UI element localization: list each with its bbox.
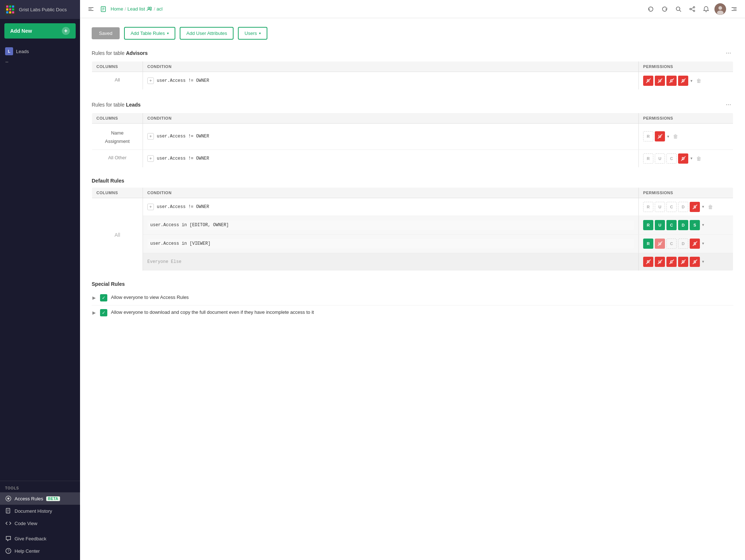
breadcrumb-home[interactable]: Home [111, 6, 123, 12]
perms-chevron[interactable]: ▾ [701, 204, 705, 210]
perm-badge-u[interactable]: U [655, 131, 665, 141]
leads-condition-text2: user.Access != OWNER [157, 156, 634, 161]
perm-badge-s[interactable]: S [690, 202, 700, 212]
access-rules-label: Access Rules [15, 496, 43, 501]
perm-badge-d[interactable]: D [678, 76, 688, 86]
topbar-left: Home / Lead list / acl [86, 4, 643, 14]
table-row: All + user.Access != OWNER R U C [92, 72, 733, 90]
perm-badge-d[interactable]: D [678, 202, 688, 212]
perm-badge-u[interactable]: U [655, 239, 665, 249]
perm-badge-c[interactable]: C [666, 220, 677, 230]
svg-rect-10 [88, 10, 93, 11]
beta-badge: BETA [46, 496, 60, 501]
special-rule-checkbox-2[interactable]: ✓ [100, 309, 107, 316]
add-user-attributes-button[interactable]: Add User Attributes [180, 27, 234, 40]
perm-badge-d[interactable]: D [678, 153, 688, 164]
users-button[interactable]: Users ▾ [238, 27, 267, 40]
add-new-button[interactable]: Add New + [4, 23, 76, 39]
perm-badge-s[interactable]: S [690, 239, 700, 249]
default-row1-condition: + user.Access != OWNER [143, 198, 639, 216]
advisors-col-condition-header: CONDITION [143, 61, 639, 72]
default-table-header: COLUMNS CONDITION PERMISSIONS [92, 187, 733, 198]
collapse-right-icon[interactable] [729, 4, 739, 14]
tools-label: TOOLS [0, 484, 80, 492]
perm-badge-s[interactable]: S [690, 257, 700, 267]
svg-point-20 [690, 8, 691, 10]
sidebar-item-help-center[interactable]: ? Help Center [0, 545, 80, 557]
redo-button[interactable] [659, 4, 670, 15]
sidebar-tables: L Leads − [0, 43, 80, 70]
perms-chevron[interactable]: ▾ [701, 240, 705, 247]
perm-badge-r[interactable]: R [643, 202, 653, 212]
perm-badge-d[interactable]: D [678, 239, 688, 249]
add-table-rules-label: Add Table Rules [131, 31, 165, 36]
expand-icon[interactable]: ▶ [92, 309, 96, 316]
leads-section: Rules for table Leads ··· COLUMNS CONDIT… [92, 100, 733, 168]
collapse-sidebar-icon[interactable] [86, 4, 96, 14]
perm-badge-d[interactable]: D [678, 257, 688, 267]
perm-badge-c[interactable]: C [666, 153, 677, 164]
sidebar-item-leads[interactable]: L Leads [0, 44, 80, 58]
delete-row-button[interactable]: 🗑 [695, 155, 703, 162]
perm-badge-s[interactable]: S [690, 220, 700, 230]
sidebar-item-document-history[interactable]: Document History [0, 505, 80, 517]
sidebar-item-give-feedback[interactable]: Give Feedback [0, 532, 80, 545]
perm-badge-u[interactable]: U [655, 202, 665, 212]
saved-button[interactable]: Saved [92, 27, 120, 39]
perms-chevron[interactable]: ▾ [701, 222, 705, 228]
default-perms-row4: R U C D S ▾ [643, 257, 729, 267]
default-row4-permissions: R U C D S ▾ [639, 253, 733, 271]
add-condition-button[interactable]: + [147, 77, 154, 84]
advisors-row1-permissions: R U C D ▾ 🗑 [639, 72, 733, 90]
perm-badge-c[interactable]: C [666, 76, 677, 86]
perm-badge-r[interactable]: R [643, 131, 653, 141]
sidebar-item-code-view[interactable]: Code View [0, 517, 80, 529]
undo-button[interactable] [645, 4, 656, 15]
page-icon [98, 4, 108, 14]
special-rule-checkbox-1[interactable]: ✓ [100, 294, 107, 301]
user-avatar[interactable] [714, 3, 726, 15]
perm-badge-c[interactable]: C [666, 239, 677, 249]
advisors-menu-button[interactable]: ··· [724, 48, 733, 57]
add-condition-button[interactable]: + [147, 155, 154, 162]
breadcrumb-lead-list-label: Lead list [127, 6, 145, 12]
perm-badge-u[interactable]: U [655, 257, 665, 267]
default-rules-section: Default Rules COLUMNS CONDITION PERMISSI… [92, 178, 733, 271]
sidebar-item-access-rules[interactable]: Access Rules BETA [0, 492, 80, 505]
perm-badge-u[interactable]: U [655, 153, 665, 164]
perm-badge-u[interactable]: U [655, 220, 665, 230]
share-button[interactable] [687, 4, 698, 15]
notifications-button[interactable] [701, 4, 712, 15]
delete-row-button[interactable]: 🗑 [672, 133, 680, 140]
perms-chevron[interactable]: ▾ [701, 259, 705, 265]
perm-badge-r[interactable]: R [643, 153, 653, 164]
advisors-condition-row: + user.Access != OWNER [147, 76, 634, 85]
sidebar-dash: − [0, 58, 80, 68]
perms-chevron[interactable]: ▾ [690, 78, 693, 84]
perm-badge-r[interactable]: R [643, 239, 653, 249]
perm-badge-u[interactable]: U [655, 76, 665, 86]
perm-badge-r[interactable]: R [643, 257, 653, 267]
leads-menu-button[interactable]: ··· [724, 100, 733, 109]
delete-row-button[interactable]: 🗑 [695, 77, 703, 84]
perm-badge-d[interactable]: D [678, 220, 688, 230]
add-table-rules-button[interactable]: Add Table Rules ▾ [124, 27, 175, 40]
perms-chevron[interactable]: ▾ [666, 133, 670, 140]
breadcrumb-acl[interactable]: acl [156, 6, 163, 12]
breadcrumb-lead-list[interactable]: Lead list [127, 6, 152, 12]
add-condition-button[interactable]: + [147, 133, 154, 140]
add-condition-button[interactable]: + [147, 204, 154, 210]
perm-badge-c[interactable]: C [666, 257, 677, 267]
special-rule-text-1: Allow everyone to view Access Rules [111, 294, 189, 301]
expand-icon[interactable]: ▶ [92, 295, 96, 301]
advisors-section: Rules for table Advisors ··· COLUMNS CON… [92, 48, 733, 90]
delete-row-button[interactable]: 🗑 [706, 203, 714, 211]
perm-badge-r[interactable]: R [643, 76, 653, 86]
perms-chevron[interactable]: ▾ [690, 155, 693, 161]
search-button[interactable] [673, 4, 684, 15]
leads-row1-permissions: R U ▾ 🗑 [639, 124, 733, 150]
perm-badge-r[interactable]: R [643, 220, 653, 230]
perm-badge-c[interactable]: C [666, 202, 677, 212]
svg-rect-9 [88, 9, 92, 9]
leads-title-bold: Leads [126, 102, 140, 108]
